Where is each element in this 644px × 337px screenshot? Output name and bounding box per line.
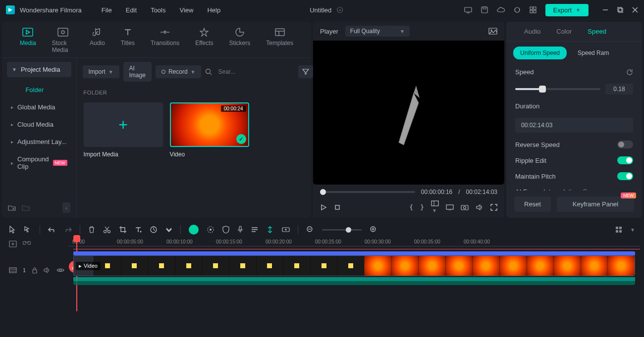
sidebar-global-media[interactable]: ▸Global Media bbox=[2, 98, 76, 116]
menu-file[interactable]: File bbox=[102, 6, 112, 14]
tab-audio[interactable]: Audio bbox=[82, 27, 113, 53]
new-bin-icon[interactable] bbox=[22, 204, 30, 211]
display-button[interactable] bbox=[446, 204, 454, 210]
track-icon[interactable] bbox=[9, 267, 17, 273]
split-icon[interactable] bbox=[103, 226, 111, 234]
scrubber-handle[interactable] bbox=[320, 189, 326, 195]
mute-icon[interactable] bbox=[44, 267, 51, 273]
zoom-out-icon[interactable] bbox=[306, 226, 314, 234]
keyframe-panel-button[interactable]: Keyframe Panel NEW bbox=[557, 196, 634, 212]
play-button[interactable] bbox=[320, 204, 327, 211]
maximize-button[interactable] bbox=[617, 7, 623, 13]
volume-icon[interactable] bbox=[476, 204, 483, 211]
close-button[interactable] bbox=[632, 7, 638, 13]
list-icon[interactable] bbox=[251, 227, 258, 233]
subtab-uniform-speed[interactable]: Uniform Speed bbox=[513, 47, 567, 59]
reverse-toggle[interactable] bbox=[617, 141, 633, 148]
sidebar-cloud-media[interactable]: ▸Cloud Media bbox=[2, 116, 76, 133]
ruler[interactable]: 00:00 00:00:05:00 00:00:10:00 00:00:15:0… bbox=[68, 238, 640, 250]
slider-knob[interactable] bbox=[539, 86, 546, 93]
sync-icon[interactable] bbox=[336, 6, 343, 13]
sidebar-compound-clip[interactable]: ▸Compound ClipNEW bbox=[2, 150, 76, 175]
color-tool-icon[interactable] bbox=[207, 226, 215, 234]
fullscreen-icon[interactable] bbox=[490, 204, 497, 211]
reset-button[interactable]: Reset bbox=[514, 196, 551, 212]
stop-button[interactable] bbox=[334, 204, 341, 211]
apps-icon[interactable] bbox=[530, 6, 537, 13]
menu-help[interactable]: Help bbox=[207, 6, 220, 14]
text-icon[interactable] bbox=[135, 226, 142, 233]
link-icon[interactable] bbox=[23, 241, 31, 247]
pitch-toggle[interactable] bbox=[617, 172, 633, 180]
zoom-in-icon[interactable] bbox=[370, 226, 377, 234]
ai-smiley-icon[interactable] bbox=[189, 225, 199, 235]
duration-input[interactable]: 00:02:14:03 bbox=[515, 118, 633, 133]
marker-icon[interactable] bbox=[266, 226, 274, 234]
zoom-slider[interactable] bbox=[322, 229, 362, 231]
tab-media[interactable]: Media bbox=[12, 27, 44, 53]
tab-titles[interactable]: Titles bbox=[113, 27, 143, 53]
player-viewport[interactable] bbox=[313, 41, 504, 185]
record-button[interactable]: Record▼ bbox=[156, 65, 202, 78]
mic-icon[interactable] bbox=[237, 226, 243, 234]
grid-view-icon[interactable] bbox=[615, 226, 622, 233]
tab-effects[interactable]: Effects bbox=[187, 27, 221, 53]
mark-out-icon[interactable]: } bbox=[420, 203, 424, 211]
support-icon[interactable] bbox=[514, 6, 521, 13]
menu-tools[interactable]: Tools bbox=[151, 6, 165, 14]
minimize-button[interactable] bbox=[602, 7, 608, 13]
subtab-speed-ramp[interactable]: Speed Ram bbox=[571, 47, 616, 59]
quality-select[interactable]: Full Quality▼ bbox=[345, 26, 410, 37]
video-thumbnail[interactable]: 00:00:24 ✓ bbox=[170, 102, 249, 147]
sidebar-project-media[interactable]: ▼Project Media bbox=[7, 62, 71, 77]
delete-icon[interactable] bbox=[88, 226, 95, 234]
ripple-toggle[interactable] bbox=[617, 156, 633, 164]
media-item-video[interactable]: 00:00:24 ✓ Video bbox=[170, 102, 249, 158]
snapshot-icon[interactable] bbox=[488, 28, 497, 35]
speed-slider[interactable] bbox=[515, 88, 600, 90]
save-icon[interactable] bbox=[481, 6, 488, 13]
shield-icon[interactable] bbox=[222, 226, 229, 234]
zoom-knob[interactable] bbox=[346, 227, 351, 233]
export-button[interactable]: Export ▼ bbox=[545, 4, 589, 16]
import-media-item[interactable]: + Import Media bbox=[84, 102, 163, 158]
menu-edit[interactable]: Edit bbox=[126, 6, 137, 14]
filter-button[interactable] bbox=[298, 65, 313, 78]
ratio-button[interactable]: ▼ bbox=[431, 200, 439, 214]
pointer-tool-icon[interactable] bbox=[9, 226, 16, 234]
lock-icon[interactable] bbox=[32, 267, 38, 274]
cloud-icon[interactable] bbox=[497, 7, 505, 13]
redo-icon[interactable] bbox=[64, 227, 72, 233]
inspector-tab-audio[interactable]: Audio bbox=[516, 22, 548, 41]
reset-speed-icon[interactable] bbox=[626, 69, 633, 76]
timeline-settings-icon[interactable] bbox=[9, 241, 17, 247]
ai-image-button[interactable]: AI Image bbox=[123, 62, 152, 82]
undo-icon[interactable] bbox=[48, 227, 56, 233]
sidebar-collapse-button[interactable]: ‹ bbox=[62, 202, 70, 213]
speed-value[interactable]: 0.18 bbox=[605, 84, 633, 95]
sidebar-folder[interactable]: Folder bbox=[2, 81, 76, 98]
new-folder-icon[interactable] bbox=[8, 204, 16, 211]
speed-icon[interactable] bbox=[150, 226, 158, 234]
inspector-tab-speed[interactable]: Speed bbox=[580, 22, 614, 41]
more-tools-icon[interactable] bbox=[165, 227, 172, 232]
audio-waveform[interactable] bbox=[73, 277, 635, 285]
tab-templates[interactable]: Templates bbox=[258, 27, 301, 53]
import-button[interactable]: Import▼ bbox=[83, 65, 119, 78]
keyframe-icon[interactable] bbox=[282, 226, 290, 233]
crop-icon[interactable] bbox=[119, 226, 127, 234]
menu-view[interactable]: View bbox=[179, 6, 193, 14]
search-input[interactable] bbox=[216, 66, 294, 77]
tab-transitions[interactable]: Transitions bbox=[143, 27, 187, 53]
scrubber[interactable] bbox=[320, 191, 415, 193]
tab-stickers[interactable]: Stickers bbox=[221, 27, 259, 53]
chevron-down-icon[interactable]: ▼ bbox=[630, 227, 635, 233]
sidebar-adjustment-layer[interactable]: ▸Adjustment Lay... bbox=[2, 133, 76, 150]
camera-icon[interactable] bbox=[461, 204, 469, 210]
timeline-clip[interactable]: ▸Video bbox=[73, 255, 635, 276]
mark-in-icon[interactable]: { bbox=[409, 203, 413, 211]
tab-stock-media[interactable]: Stock Media bbox=[44, 27, 82, 53]
device-icon[interactable] bbox=[464, 6, 472, 13]
visibility-icon[interactable] bbox=[56, 268, 64, 273]
select-tool-icon[interactable] bbox=[24, 226, 32, 234]
